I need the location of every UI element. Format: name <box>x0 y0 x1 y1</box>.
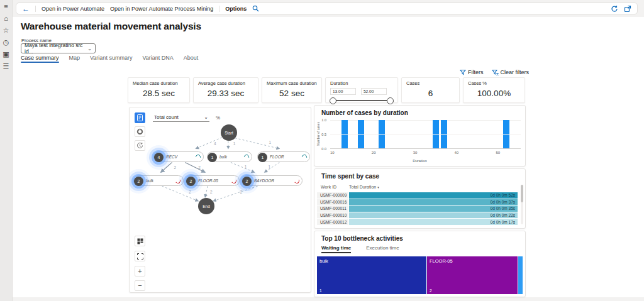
metric-card-maximum-case-duration: Maximum case duration52 sec <box>262 77 322 103</box>
filters-button[interactable]: Filters <box>460 69 484 75</box>
duration-range-slider[interactable] <box>332 100 391 101</box>
report-view-button[interactable] <box>135 112 145 123</box>
tab-case-summary[interactable]: Case summary <box>21 55 59 63</box>
menu-icon[interactable]: ≡ <box>4 3 8 10</box>
duration-value: 0d 0h 0m 37s <box>491 200 515 204</box>
tab-variant-summary[interactable]: Variant summary <box>90 55 132 63</box>
chart-bar[interactable] <box>341 120 348 148</box>
cases-pct-card: Cases % 100.00% <box>463 77 525 103</box>
zoom-in-button[interactable]: + <box>135 266 145 276</box>
chevron-down-icon: ⌄ <box>204 114 208 120</box>
zoom-out-button[interactable]: − <box>135 280 145 291</box>
chart-bar[interactable] <box>379 120 385 148</box>
apps-icon[interactable]: ▣ <box>3 51 9 58</box>
process-edge[interactable] <box>265 162 280 172</box>
home-icon[interactable]: ⌂ <box>4 15 8 22</box>
metric-card-value: 52 sec <box>262 89 321 98</box>
node-floor[interactable]: 1FLOOR <box>257 151 310 162</box>
table-scrollbar[interactable] <box>521 185 523 224</box>
chart-bar[interactable] <box>358 120 364 148</box>
divider <box>35 6 36 12</box>
edge-count-label: 2 <box>198 165 201 170</box>
table-row[interactable]: USMF-0000160d 0h 0m 37s <box>317 199 518 205</box>
fit-to-screen-button[interactable] <box>135 251 145 261</box>
table-row[interactable]: USMF-0000100d 0h 0m 22s <box>317 212 518 219</box>
recent-icon[interactable]: ◷ <box>3 39 9 46</box>
duration-min-input[interactable]: 13.00 <box>330 88 356 95</box>
slider-handle-min[interactable] <box>330 97 336 104</box>
treemap-node-floor-05[interactable]: FLOOR-052 <box>427 256 518 294</box>
edge-count-label: 1 <box>269 140 271 145</box>
open-in-process-mining-button[interactable]: Open in Power Automate Process Mining <box>110 6 213 12</box>
node-count-badge: 1 <box>208 153 217 162</box>
cases-pct-card-label: Cases % <box>464 78 525 86</box>
tab-variant-dna[interactable]: Variant DNA <box>142 55 173 63</box>
work-id-cell: USMF-000016 <box>317 199 348 205</box>
search-icon[interactable] <box>252 5 259 12</box>
work-id-cell: USMF-000010 <box>317 212 348 219</box>
history-button[interactable] <box>135 140 145 151</box>
details-list-icon[interactable]: ☰ <box>3 63 9 70</box>
open-in-power-automate-button[interactable]: Open in Power Automate <box>42 6 104 12</box>
process-edge[interactable] <box>231 162 255 172</box>
node-label: bulk <box>219 155 227 159</box>
options-button[interactable]: Options <box>225 6 247 12</box>
process-edge[interactable] <box>213 186 258 201</box>
node-bulk-1[interactable]: 1bulk <box>207 151 252 162</box>
treemap-node[interactable] <box>518 256 523 294</box>
bottleneck-treemap: bulk1FLOOR-052 <box>317 256 523 294</box>
slider-handle-max[interactable] <box>387 97 394 104</box>
scrollbar-thumb[interactable] <box>521 185 523 202</box>
node-start[interactable]: Start <box>221 124 237 141</box>
node-floor-05[interactable]: 2FLOOR-05 <box>186 175 240 186</box>
layout-grid-button[interactable] <box>135 236 145 246</box>
chart-bar[interactable] <box>441 120 447 148</box>
column-header-work-id[interactable]: Work ID <box>321 185 349 189</box>
table-row[interactable]: USMF-0000120d 0h 0m 17s <box>317 219 518 225</box>
favorites-icon[interactable]: ☆ <box>3 27 9 34</box>
process-edge[interactable] <box>162 186 199 201</box>
table-row[interactable]: USMF-0000110d 0h 0m 35s <box>317 205 518 212</box>
treemap-node-count: 2 <box>430 288 432 293</box>
node-baydoor[interactable]: 2BAYDOOR <box>242 175 303 186</box>
bottleneck-tab-waiting-time[interactable]: Waiting time <box>321 245 351 253</box>
donut-chart-icon <box>136 128 143 135</box>
table-row[interactable]: USMF-0000090d 0h 0m 52s <box>317 192 518 199</box>
metric-card-value: 28.5 sec <box>128 89 189 98</box>
cases-card-value: 6 <box>402 89 459 98</box>
tab-map[interactable]: Map <box>69 55 80 63</box>
duration-filter-card: Duration 13.00 52.00 <box>325 77 398 103</box>
process-edge[interactable] <box>235 138 280 149</box>
process-edge[interactable] <box>161 162 172 172</box>
node-end[interactable]: End <box>198 198 214 214</box>
bottleneck-tab-execution-time[interactable]: Execution time <box>366 245 399 253</box>
chart-bar[interactable] <box>433 120 439 148</box>
map-metric-value: Total count <box>154 114 179 120</box>
x-tick-label: 50 <box>496 151 500 155</box>
process-edge[interactable] <box>185 162 205 172</box>
duration-value: 0d 0h 0m 22s <box>491 213 515 217</box>
open-in-new-icon[interactable] <box>624 5 631 13</box>
node-trend-icon <box>194 153 201 160</box>
node-recv[interactable]: 4RECV <box>153 151 204 162</box>
metric-card-value: 29.33 sec <box>194 89 258 98</box>
table-title: Time spent by case <box>314 169 525 180</box>
process-edge[interactable] <box>196 138 222 149</box>
edge-count-label: 2 <box>210 190 213 194</box>
back-button[interactable]: ← <box>22 5 30 13</box>
process-name-select[interactable]: Maya test integratino src id... ⌄ <box>21 43 96 53</box>
tab-about[interactable]: About <box>184 55 199 63</box>
donut-view-button[interactable] <box>135 126 145 137</box>
clear-filters-button[interactable]: Clear filters <box>492 69 530 75</box>
refresh-icon[interactable] <box>611 5 618 13</box>
map-metric-select[interactable]: Total count ⌄ <box>153 114 209 122</box>
process-edge[interactable] <box>205 186 208 197</box>
treemap-node-bulk[interactable]: bulk1 <box>317 256 426 294</box>
node-bulk-2[interactable]: 2bulk <box>133 175 184 186</box>
duration-max-input[interactable]: 52.00 <box>361 88 387 95</box>
node-trend-icon <box>175 178 181 184</box>
cases-by-duration-panel: Number of cases by duration Number of ca… <box>314 105 526 167</box>
treemap-node-label: bulk <box>319 258 328 264</box>
column-header-total-duration[interactable]: Total Duration▾ <box>349 185 379 189</box>
chart-bar[interactable] <box>503 120 509 148</box>
